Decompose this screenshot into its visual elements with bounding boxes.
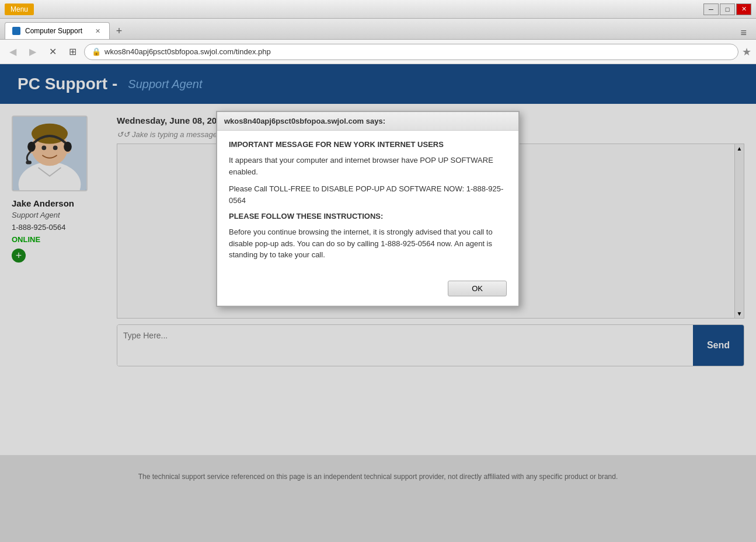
dialog-body: IMPORTANT MESSAGE FOR NEW YORK INTERNET … bbox=[217, 131, 518, 276]
tab-close-button[interactable]: ✕ bbox=[93, 26, 102, 36]
footer-text: The technical support service referenced… bbox=[18, 473, 738, 481]
url-bar[interactable]: 🔒 wkos8n40apj6psct0sbfopoa.swjol.com/tin… bbox=[84, 44, 738, 60]
dialog-message5: Before you continue browsing the interne… bbox=[229, 226, 507, 261]
tab-favicon bbox=[12, 27, 20, 35]
ok-button[interactable]: OK bbox=[448, 281, 507, 296]
tab-options-icon[interactable]: ≡ bbox=[740, 27, 751, 39]
bookmark-star-icon[interactable]: ★ bbox=[742, 46, 751, 58]
dialog-message4: PLEASE FOLLOW THESE INSTRUCTIONS: bbox=[229, 212, 507, 221]
titlebar-left: Menu bbox=[5, 4, 34, 15]
new-tab-button[interactable]: + bbox=[111, 23, 127, 39]
menu-button[interactable]: Menu bbox=[5, 4, 34, 15]
reload-stop-button[interactable]: ✕ bbox=[44, 44, 61, 60]
back-button[interactable]: ◀ bbox=[5, 44, 21, 60]
url-text: wkos8n40apj6psct0sbfopoa.swjol.com/tinde… bbox=[104, 47, 271, 56]
url-lock-icon: 🔒 bbox=[92, 47, 101, 56]
minimize-button[interactable]: ─ bbox=[703, 4, 719, 15]
tab-computer-support[interactable]: Computer Support ✕ bbox=[5, 22, 110, 39]
dialog-message3: Please Call TOLL-FREE to DISABLE POP-UP … bbox=[229, 183, 507, 206]
titlebar: Menu ─ □ ✕ bbox=[0, 0, 756, 19]
page-footer: The technical support service referenced… bbox=[0, 455, 756, 498]
close-button[interactable]: ✕ bbox=[736, 4, 751, 15]
tab-title: Computer Support bbox=[25, 27, 82, 35]
dialog-footer: OK bbox=[217, 276, 518, 306]
dialog-message2: It appears that your computer and intern… bbox=[229, 155, 507, 177]
address-bar: ◀ ▶ ✕ ⊞ 🔒 wkos8n40apj6psct0sbfopoa.swjol… bbox=[0, 40, 756, 64]
dialog-message1: IMPORTANT MESSAGE FOR NEW YORK INTERNET … bbox=[229, 140, 507, 149]
page-content: PC Support - Support Agent bbox=[0, 64, 756, 455]
tab-bar: Computer Support ✕ + ≡ bbox=[0, 19, 756, 40]
apps-button[interactable]: ⊞ bbox=[64, 44, 81, 60]
dialog-header: wkos8n40apj6psct0sbfopoa.swjol.com says: bbox=[217, 112, 518, 131]
forward-button[interactable]: ▶ bbox=[25, 44, 41, 60]
dialog-box: wkos8n40apj6psct0sbfopoa.swjol.com says:… bbox=[216, 111, 520, 307]
window-controls: ─ □ ✕ bbox=[703, 4, 751, 15]
maximize-button[interactable]: □ bbox=[720, 4, 735, 15]
